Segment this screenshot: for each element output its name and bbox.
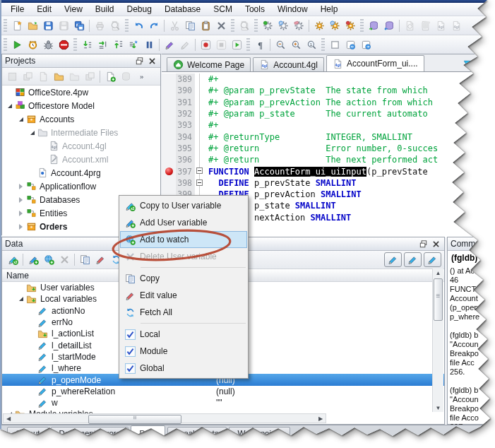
toolbar-grip-handle[interactable] (246, 38, 250, 52)
toolbar-grip-handle[interactable] (4, 38, 7, 52)
menubar-item-tools[interactable]: Tools (239, 4, 271, 15)
pilcrow-button[interactable]: ¶ (252, 37, 268, 52)
scroll-left-arrow[interactable]: ◀ (4, 414, 13, 423)
undo-arrow-button[interactable] (131, 18, 146, 33)
menu-item-copy-to-user-variable[interactable]: x2Copy to User variable (120, 197, 247, 214)
x2-pencil-button[interactable]: x2 (5, 252, 20, 268)
fold-toggle[interactable] (196, 167, 203, 174)
bottom-tab-document-errors[interactable]: Document Errors (51, 427, 129, 440)
gear-orange-stop-button[interactable] (342, 18, 358, 33)
projects-tree-item-account-4prg[interactable]: Account.4prg (2, 166, 160, 179)
projects-tree-item-account-xml[interactable]: Account.xml (2, 153, 160, 166)
expander-icon[interactable] (16, 184, 25, 189)
paste-clipboard-button[interactable] (198, 18, 213, 33)
zoom-out-button[interactable] (273, 37, 288, 52)
projects-tree-item-officestore-model[interactable]: Officestore Model (2, 99, 160, 112)
delete-x-button[interactable] (213, 18, 229, 33)
toolbar-grip-handle[interactable] (4, 19, 7, 33)
frame-next-button[interactable] (358, 37, 374, 52)
toolbar-grip-handle[interactable] (360, 19, 364, 33)
projects-tree-item-accounts[interactable]: Accounts (2, 112, 160, 126)
step-auto-button[interactable] (126, 37, 141, 52)
scrollbar-thumb[interactable] (434, 278, 443, 321)
step-over-button[interactable] (95, 37, 110, 52)
run-play-button[interactable] (9, 37, 25, 52)
build-gear-sync-button[interactable] (275, 18, 291, 33)
float-panel-button[interactable] (417, 239, 429, 249)
step-into-button[interactable] (79, 37, 95, 52)
open-folder-button[interactable] (25, 18, 40, 33)
gear-orange-sync-button[interactable] (327, 18, 342, 33)
expander-icon[interactable] (16, 117, 25, 122)
save-disk-button[interactable] (40, 18, 56, 33)
tab-list-dropdown-icon[interactable] (462, 58, 473, 69)
expander-icon[interactable] (5, 104, 14, 108)
menubar-item-file[interactable]: File (4, 4, 30, 15)
bottom-tab-output[interactable]: Output (7, 427, 49, 440)
zoom-one-button[interactable]: 1 (304, 37, 319, 52)
menu-item-fetch-all[interactable]: Fetch All (120, 304, 247, 321)
play-box-button[interactable] (229, 37, 244, 52)
toolbar-grip-handle[interactable] (231, 19, 234, 33)
expander-icon[interactable] (16, 211, 25, 216)
data-row-w[interactable]: w"" (2, 397, 444, 408)
editor-tab-welcome-page[interactable]: Welcome Page (167, 57, 251, 71)
bottom-tab-watchpoints[interactable]: Watchpoints (229, 427, 290, 440)
projects-tree-item-intermediate-files[interactable]: Intermediate Files (2, 126, 160, 139)
expander-icon[interactable] (16, 197, 25, 203)
pause-bars-button[interactable] (141, 37, 157, 52)
menu-item-add-user-variable[interactable]: Add User variable (120, 214, 247, 231)
menu-item-global[interactable]: Global (120, 360, 247, 377)
menubar-item-view[interactable]: View (58, 4, 89, 15)
fold-toggle[interactable] (196, 179, 203, 186)
menubar-item-edit[interactable]: Edit (30, 4, 58, 15)
editor-tab-accountform-ui[interactable]: 4glAccountForm_ui.... (326, 55, 424, 71)
square-outline-button[interactable] (327, 37, 342, 52)
save-all-disks-button[interactable] (71, 18, 87, 33)
horizontal-scrollbar[interactable]: ◀ ▶ (3, 413, 326, 423)
toolbar-grip-handle[interactable] (254, 19, 258, 33)
copy-pages-button[interactable] (182, 18, 198, 33)
bottom-tab-data[interactable]: Data (131, 425, 165, 440)
copy-pages-button[interactable] (77, 252, 93, 268)
breakpoint-dot[interactable] (165, 167, 173, 175)
scroll-up-arrow[interactable]: ▲ (433, 269, 443, 277)
record-dot-button[interactable] (198, 37, 213, 52)
frame-prev-button[interactable] (342, 37, 358, 52)
step-out-button[interactable] (110, 37, 126, 52)
menu-item-edit-value[interactable]: Edit value (120, 287, 247, 304)
checkbox-checked[interactable] (125, 363, 136, 374)
vertical-scrollbar[interactable]: ▲ ▼ (432, 269, 443, 412)
variable-scope-toggle-2[interactable] (404, 252, 422, 267)
menubar-item-scm[interactable]: SCM (207, 4, 239, 15)
menu-item-copy[interactable]: Copy (120, 270, 247, 287)
chevrons-button[interactable]: » (133, 69, 149, 84)
editor-tab-account-4gl[interactable]: 4glAccount.4gl (253, 57, 324, 71)
redo-arrow-button[interactable] (146, 18, 162, 33)
close-panel-button[interactable] (146, 56, 157, 66)
close-panel-button[interactable] (430, 239, 441, 249)
menubar-item-debug[interactable]: Debug (121, 4, 158, 15)
expander-icon[interactable] (16, 297, 25, 301)
float-panel-button[interactable] (133, 56, 145, 66)
projects-tree-item-account-4gl[interactable]: 4glAccount.4gl (2, 139, 160, 153)
add-watch-globe-button[interactable] (41, 252, 56, 268)
new-page-button[interactable] (9, 18, 25, 33)
variable-scope-toggle-3[interactable] (424, 252, 441, 267)
command-output[interactable]: () at Acc46FUNCTIOAccount(p_openp_where … (448, 264, 494, 432)
checkbox-checked[interactable] (125, 329, 136, 340)
variable-scope-toggle-1[interactable] (384, 252, 402, 267)
profile-clock-button[interactable] (25, 37, 40, 52)
db-export-button[interactable] (381, 18, 397, 33)
edit-pencil-red-button[interactable] (93, 252, 108, 268)
scroll-down-arrow[interactable]: ▼ (433, 403, 443, 412)
breakpoint-gutter[interactable] (162, 165, 176, 177)
menubar-item-build[interactable]: Build (89, 4, 121, 15)
menubar-item-window[interactable]: Window (271, 4, 314, 15)
projects-tree-item-applicationflow[interactable]: Applicationflow (2, 179, 160, 193)
gear-orange-button[interactable] (311, 18, 327, 33)
expander-icon[interactable] (16, 224, 25, 230)
checkbox-checked[interactable] (125, 346, 136, 357)
toolbar-grip-handle[interactable] (73, 38, 77, 52)
projects-tree-item-officestore-4pw[interactable]: OfficeStore.4pw (2, 86, 160, 99)
